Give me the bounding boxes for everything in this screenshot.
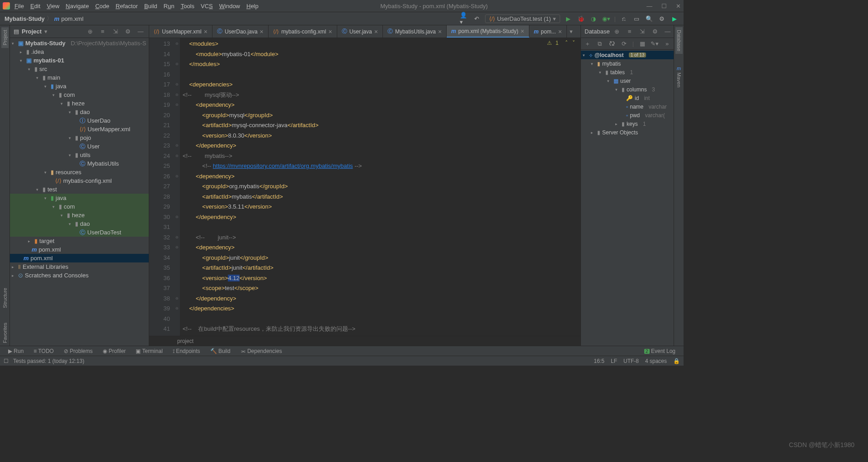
editor-tab-0[interactable]: ⟨/⟩UserMapper.xml× — [149, 25, 212, 38]
lock-icon[interactable]: 🔒 — [673, 358, 680, 364]
menu-code[interactable]: Code — [95, 3, 109, 10]
tree-com[interactable]: ▾▮com — [10, 90, 149, 99]
select-opened-icon[interactable]: ⊕ — [85, 27, 94, 36]
tree-main[interactable]: ▾▮main — [10, 73, 149, 82]
menu-tools[interactable]: Tools — [181, 3, 194, 10]
db-table-user[interactable]: ▾▦user — [581, 76, 674, 85]
db-filter-icon[interactable]: ≡ — [625, 27, 634, 36]
tree-test-dao[interactable]: ▾▮dao — [10, 219, 149, 228]
db-copy-icon[interactable]: ⧉ — [596, 39, 604, 48]
debug-icon[interactable]: 🐞 — [576, 14, 585, 23]
user-icon[interactable]: 👤▾ — [460, 14, 469, 23]
back-icon[interactable]: ↶ — [472, 14, 481, 23]
run-icon[interactable]: ▶ — [564, 14, 573, 23]
db-collapse-icon[interactable]: ⇲ — [638, 27, 647, 36]
breadcrumb[interactable]: Mybatis-Study 〉 m pom.xml — [5, 14, 84, 23]
line-sep[interactable]: LF — [611, 358, 617, 364]
tw-profiler[interactable]: ◉ Profiler — [103, 348, 126, 354]
tree-java[interactable]: ▾▮java — [10, 82, 149, 90]
tree-test-heze[interactable]: ▾▮heze — [10, 211, 149, 219]
collapse-icon[interactable]: ⇲ — [111, 27, 120, 36]
db-schema[interactable]: ▾▮mybatis — [581, 59, 674, 68]
tab-structure[interactable]: Structure — [1, 285, 9, 311]
db-host[interactable]: ▾⟡@localhost 1 of 13 — [581, 51, 674, 59]
menu-window[interactable]: Window — [219, 3, 240, 10]
db-edit-icon[interactable]: ✎▾ — [651, 39, 659, 48]
editor-tab-4[interactable]: ⒸMybatisUtils.java× — [383, 25, 447, 38]
tree-user[interactable]: ⒸUser — [10, 142, 149, 151]
tree-test-java[interactable]: ▾▮java — [10, 194, 149, 202]
db-expand-icon[interactable]: ⊕ — [613, 27, 622, 36]
tree-resources[interactable]: ▾▮resources — [10, 168, 149, 176]
settings-icon[interactable]: ⚙ — [657, 14, 666, 23]
tw-run[interactable]: ▶ Run — [8, 348, 24, 354]
menu-edit[interactable]: Edit — [30, 3, 40, 10]
caret-pos[interactable]: 16:5 — [594, 358, 604, 364]
avatar-icon[interactable]: ▭ — [632, 14, 641, 23]
tree-pojo[interactable]: ▾▮pojo — [10, 133, 149, 142]
tabs-overflow-icon[interactable]: ▾ — [567, 25, 576, 38]
tw-build[interactable]: 🔨 Build — [210, 348, 231, 354]
tree-mybatisutils[interactable]: ⒸMybatisUtils — [10, 159, 149, 168]
menu-run[interactable]: Run — [164, 3, 175, 10]
tw-todo[interactable]: ≡ TODO — [33, 348, 54, 354]
db-hide-icon[interactable]: — — [663, 27, 672, 36]
close-icon[interactable]: ✕ — [676, 3, 681, 10]
tw-terminal[interactable]: ▣ Terminal — [136, 348, 162, 354]
editor-tab-1[interactable]: ⒸUserDao.java× — [212, 25, 269, 38]
git-icon[interactable]: ⎌ — [619, 14, 628, 23]
editor-tab-6[interactable]: mpom...× — [529, 25, 567, 38]
minimize-icon[interactable]: — — [646, 3, 652, 10]
tree-extlib[interactable]: ▸⫴External Libraries — [10, 262, 149, 271]
code-inspection-status[interactable]: ⚠ 1 ˄ ˅ — [547, 40, 575, 46]
db-col-pwd[interactable]: ▫pwd varchar( — [581, 111, 674, 119]
db-col-name[interactable]: ▫name varchar — [581, 102, 674, 111]
profile-icon[interactable]: ◉▾ — [602, 14, 611, 23]
tw-dependencies[interactable]: ⫘ Dependencies — [241, 348, 282, 354]
db-columns[interactable]: ▾▮columns 3 — [581, 85, 674, 94]
tree-root[interactable]: ▾▣Mybatis-Study D:\Project\Mybatis\Mybat… — [10, 39, 149, 48]
tw-endpoints[interactable]: ⟟ Endpoints — [173, 348, 200, 354]
db-tree[interactable]: ▾⟡@localhost 1 of 13 ▾▮mybatis ▾▮tables … — [581, 50, 674, 346]
hide-icon[interactable]: — — [136, 27, 145, 36]
db-keys[interactable]: ▸▮keys 1 — [581, 119, 674, 128]
menu-help[interactable]: Help — [246, 3, 259, 10]
db-refresh-icon[interactable]: 🗘 — [608, 39, 616, 48]
tree-mybatiscfg[interactable]: ⟨/⟩mybatis-config.xml — [10, 176, 149, 185]
tw-problems[interactable]: ⊘ Problems — [64, 348, 93, 354]
tab-maven[interactable]: m Maven — [675, 63, 683, 90]
db-more-icon[interactable]: » — [663, 39, 671, 48]
project-tree[interactable]: ▾▣Mybatis-Study D:\Project\Mybatis\Mybat… — [10, 38, 149, 346]
tab-favorites[interactable]: Favorites — [1, 320, 9, 346]
db-sync-icon[interactable]: ⟳ — [620, 39, 628, 48]
menu-build[interactable]: Build — [144, 3, 157, 10]
editor-tab-2[interactable]: ⟨/⟩mybatis-config.xml× — [269, 25, 337, 38]
tree-pom1[interactable]: mpom.xml — [10, 245, 149, 254]
tree-mybatis01[interactable]: ▾▣mybatis-01 — [10, 56, 149, 65]
menu-file[interactable]: File — [14, 3, 24, 10]
menu-refactor[interactable]: Refactor — [116, 3, 138, 10]
indent[interactable]: 4 spaces — [645, 358, 667, 364]
breadcrumb-root[interactable]: Mybatis-Study — [5, 15, 45, 22]
tab-database[interactable]: Database — [675, 27, 683, 54]
db-col-id[interactable]: 🔑id int — [581, 94, 674, 102]
db-table-icon[interactable]: ▦ — [638, 39, 646, 48]
event-log[interactable]: 2 Event Log — [644, 348, 675, 354]
expand-icon[interactable]: ≡ — [98, 27, 107, 36]
encoding[interactable]: UTF-8 — [623, 358, 639, 364]
db-tables[interactable]: ▾▮tables 1 — [581, 68, 674, 76]
menu-vcs[interactable]: VCS — [201, 3, 213, 10]
tree-pom2[interactable]: mpom.xml — [10, 254, 149, 262]
editor-tab-3[interactable]: ⒸUser.java× — [337, 25, 383, 38]
codewithme-icon[interactable]: ▶ — [670, 14, 679, 23]
menu-view[interactable]: View — [47, 3, 59, 10]
editor-tab-5[interactable]: mpom.xml (Mybatis-Study)× — [447, 25, 529, 38]
tree-test-com[interactable]: ▾▮com — [10, 202, 149, 211]
db-server-objects[interactable]: ▸▮Server Objects — [581, 128, 674, 137]
tree-target[interactable]: ▸▮target — [10, 237, 149, 245]
code-breadcrumb[interactable]: project — [149, 336, 580, 346]
tree-src[interactable]: ▾▮src — [10, 65, 149, 73]
status-icon[interactable]: ☐ — [4, 358, 9, 364]
tree-userdao[interactable]: ⒾUserDao — [10, 116, 149, 125]
tree-scratches[interactable]: ▸⊙Scratches and Consoles — [10, 271, 149, 280]
